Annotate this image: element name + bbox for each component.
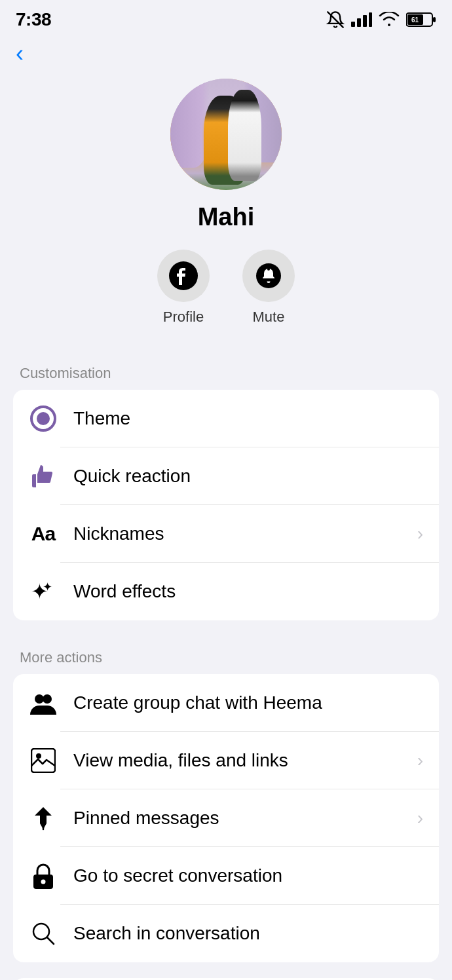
svg-text:61: 61 bbox=[411, 16, 419, 24]
quick-reaction-label: Quick reaction bbox=[73, 466, 423, 487]
more-actions-header: More actions bbox=[0, 636, 452, 674]
create-group-label: Create group chat with Heema bbox=[73, 692, 423, 713]
theme-item[interactable]: Theme bbox=[13, 390, 439, 447]
view-media-chevron: › bbox=[417, 750, 423, 771]
group-icon bbox=[29, 688, 58, 717]
svg-rect-3 bbox=[369, 12, 372, 27]
svg-rect-15 bbox=[31, 749, 55, 772]
svg-point-16 bbox=[36, 753, 41, 759]
svg-point-19 bbox=[41, 880, 46, 884]
pinned-messages-label: Pinned messages bbox=[73, 808, 402, 829]
pinned-messages-chevron: › bbox=[417, 808, 423, 829]
back-button[interactable]: ‹ bbox=[0, 35, 452, 66]
create-group-item[interactable]: Create group chat with Heema bbox=[13, 674, 439, 732]
muted-bell-icon bbox=[326, 10, 345, 29]
customisation-header: Customisation bbox=[0, 352, 452, 390]
svg-rect-0 bbox=[351, 22, 355, 27]
profile-circle bbox=[157, 250, 210, 302]
secret-conversation-item[interactable]: Go to secret conversation bbox=[13, 847, 439, 905]
mute-action-label: Mute bbox=[253, 309, 285, 326]
nicknames-item[interactable]: Aa Nicknames › bbox=[13, 505, 439, 563]
svg-rect-2 bbox=[363, 15, 367, 27]
avatar-art bbox=[170, 79, 282, 190]
profile-section: Mahi Profile Mute bbox=[0, 66, 452, 352]
word-effects-item[interactable]: ✦ ✦ Word effects bbox=[13, 563, 439, 620]
pinned-messages-item[interactable]: Pinned messages › bbox=[13, 789, 439, 847]
theme-label: Theme bbox=[73, 408, 423, 429]
svg-text:✦: ✦ bbox=[43, 580, 52, 594]
more-actions-card: Create group chat with Heema View media,… bbox=[13, 674, 439, 962]
media-icon bbox=[29, 746, 58, 775]
lock-icon bbox=[29, 861, 58, 890]
search-conversation-item[interactable]: Search in conversation bbox=[13, 905, 439, 962]
battery-icon: 61 bbox=[406, 12, 436, 28]
profile-action-label: Profile bbox=[163, 309, 204, 326]
status-time: 7:38 bbox=[16, 9, 51, 30]
action-row: Profile Mute bbox=[157, 250, 295, 326]
svg-point-13 bbox=[35, 694, 44, 704]
svg-line-21 bbox=[47, 937, 54, 944]
svg-rect-1 bbox=[357, 18, 361, 27]
bell-icon bbox=[256, 263, 281, 288]
signal-icon bbox=[351, 12, 372, 27]
sparkle-icon: ✦ ✦ bbox=[29, 577, 58, 606]
profile-name: Mahi bbox=[198, 203, 255, 231]
nicknames-chevron: › bbox=[417, 523, 423, 544]
wifi-icon bbox=[379, 12, 400, 28]
svg-point-14 bbox=[43, 694, 52, 704]
text-aa-icon: Aa bbox=[29, 519, 58, 548]
view-media-item[interactable]: View media, files and links › bbox=[13, 732, 439, 789]
mute-circle bbox=[242, 250, 295, 302]
facebook-icon bbox=[169, 261, 198, 290]
view-media-label: View media, files and links bbox=[73, 750, 402, 771]
theme-icon bbox=[30, 405, 56, 432]
svg-rect-5 bbox=[433, 17, 436, 22]
avatar bbox=[170, 79, 282, 190]
theme-icon-container bbox=[29, 404, 58, 433]
thumbs-up-icon bbox=[29, 462, 58, 491]
nicknames-label: Nicknames bbox=[73, 523, 402, 544]
status-icons: 61 bbox=[326, 10, 436, 29]
word-effects-label: Word effects bbox=[73, 581, 423, 602]
status-bar: 7:38 61 bbox=[0, 0, 452, 35]
profile-action[interactable]: Profile bbox=[157, 250, 210, 326]
mute-action[interactable]: Mute bbox=[242, 250, 295, 326]
secret-conversation-label: Go to secret conversation bbox=[73, 865, 423, 886]
chevron-left-icon: ‹ bbox=[16, 42, 24, 66]
pin-icon bbox=[29, 804, 58, 833]
svg-point-10 bbox=[267, 268, 270, 271]
customisation-card: Theme Quick reaction Aa Nicknames › ✦ ✦ … bbox=[13, 390, 439, 620]
quick-reaction-item[interactable]: Quick reaction bbox=[13, 447, 439, 505]
search-icon bbox=[29, 919, 58, 948]
search-label: Search in conversation bbox=[73, 923, 423, 944]
